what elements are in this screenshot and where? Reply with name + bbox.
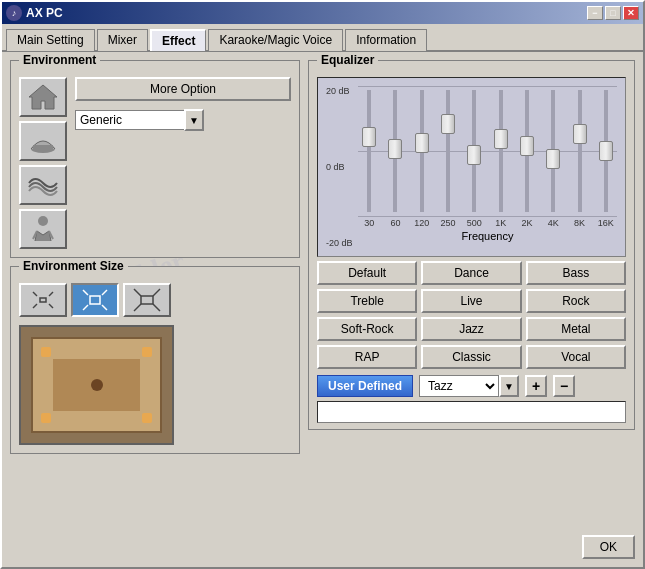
size-small-button[interactable]	[19, 283, 67, 317]
eq-freq-labels: 30 60 120 250 500 1K 2K 4K 8K 16K	[358, 218, 617, 228]
slider-thumb-4k[interactable]	[546, 149, 560, 169]
tab-effect[interactable]: Effect	[150, 29, 206, 51]
svg-line-19	[153, 304, 160, 311]
preset-metal[interactable]: Metal	[526, 317, 626, 341]
env-icon-building[interactable]	[19, 121, 67, 161]
slider-thumb-2k[interactable]	[520, 136, 534, 156]
preset-bass[interactable]: Bass	[526, 261, 626, 285]
preset-classic[interactable]: Classic	[421, 345, 521, 369]
user-dropdown-arrow[interactable]: ▼	[499, 375, 519, 397]
svg-line-8	[33, 304, 37, 308]
slider-thumb-16k[interactable]	[599, 141, 613, 161]
slider-wrapper-8k[interactable]	[573, 90, 587, 212]
room-corner-tr	[142, 347, 152, 357]
slider-wrapper-16k[interactable]	[599, 90, 613, 212]
tab-mixer[interactable]: Mixer	[97, 29, 148, 51]
eq-slider-1k	[489, 90, 511, 212]
freq-500: 500	[463, 218, 485, 228]
slider-track-30	[367, 90, 371, 212]
slider-wrapper-120[interactable]	[415, 90, 429, 212]
freq-2k: 2K	[516, 218, 538, 228]
slider-thumb-30[interactable]	[362, 127, 376, 147]
main-window: ♪ AX PC − □ ✕ Main Setting Mixer Effect …	[0, 0, 645, 569]
freq-250: 250	[437, 218, 459, 228]
ok-button[interactable]: OK	[582, 535, 635, 559]
size-buttons	[19, 283, 291, 317]
tab-information[interactable]: Information	[345, 29, 427, 51]
svg-marker-15	[90, 296, 100, 304]
slider-track-250	[446, 90, 450, 212]
preset-treble[interactable]: Treble	[317, 289, 417, 313]
slider-thumb-60[interactable]	[388, 139, 402, 159]
left-panel: Environment	[10, 60, 300, 531]
tab-main-setting[interactable]: Main Setting	[6, 29, 95, 51]
freq-30: 30	[358, 218, 380, 228]
size-large-button[interactable]	[123, 283, 171, 317]
slider-thumb-1k[interactable]	[494, 129, 508, 149]
room-object	[91, 379, 103, 391]
slider-thumb-250[interactable]	[441, 114, 455, 134]
environment-title: Environment	[19, 53, 100, 67]
preset-live[interactable]: Live	[421, 289, 521, 313]
slider-track-8k	[578, 90, 582, 212]
user-defined-button[interactable]: User Defined	[317, 375, 413, 397]
environment-size-group: Environment Size	[10, 266, 300, 454]
freq-1k: 1K	[489, 218, 511, 228]
user-dropdown[interactable]: Tazz	[419, 375, 499, 397]
user-text-input[interactable]	[317, 401, 626, 423]
svg-line-7	[49, 292, 53, 296]
maximize-button[interactable]: □	[605, 6, 621, 20]
eq-slider-8k	[568, 90, 590, 212]
slider-wrapper-250[interactable]	[441, 90, 455, 212]
window-title: AX PC	[26, 6, 63, 20]
slider-wrapper-30[interactable]	[362, 90, 376, 212]
svg-marker-0	[29, 85, 57, 109]
slider-wrapper-4k[interactable]	[546, 90, 560, 212]
preset-jazz[interactable]: Jazz	[421, 317, 521, 341]
bottom-bar: OK	[10, 531, 635, 559]
db-label-20: 20 dB	[326, 86, 354, 96]
svg-line-9	[49, 304, 53, 308]
title-buttons: − □ ✕	[587, 6, 639, 20]
slider-thumb-500[interactable]	[467, 145, 481, 165]
minus-button[interactable]: −	[553, 375, 575, 397]
room-inner	[31, 337, 162, 433]
frequency-label: Frequency	[358, 230, 617, 242]
preset-softrock[interactable]: Soft-Rock	[317, 317, 417, 341]
freq-60: 60	[384, 218, 406, 228]
svg-line-11	[83, 290, 88, 295]
env-dropdown[interactable]: Generic Room Hall Arena Bathroom	[75, 110, 185, 130]
slider-wrapper-2k[interactable]	[520, 90, 534, 212]
eq-db-labels: 20 dB 0 dB -20 dB	[326, 86, 358, 248]
preset-default[interactable]: Default	[317, 261, 417, 285]
preset-dance[interactable]: Dance	[421, 261, 521, 285]
svg-line-12	[102, 290, 107, 295]
size-medium-button[interactable]	[71, 283, 119, 317]
tab-bar: Main Setting Mixer Effect Karaoke/Magic …	[2, 24, 643, 52]
freq-8k: 8K	[568, 218, 590, 228]
env-icon-person[interactable]	[19, 209, 67, 249]
env-dropdown-arrow[interactable]: ▼	[184, 109, 204, 131]
freq-4k: 4K	[542, 218, 564, 228]
preset-rock[interactable]: Rock	[526, 289, 626, 313]
env-icon-waves[interactable]	[19, 165, 67, 205]
slider-thumb-8k[interactable]	[573, 124, 587, 144]
slider-wrapper-1k[interactable]	[494, 90, 508, 212]
slider-wrapper-500[interactable]	[467, 90, 481, 212]
slider-wrapper-60[interactable]	[388, 90, 402, 212]
slider-thumb-120[interactable]	[415, 133, 429, 153]
close-button[interactable]: ✕	[623, 6, 639, 20]
eq-graph-area: 20 dB 0 dB -20 dB	[326, 86, 617, 248]
title-bar: ♪ AX PC − □ ✕	[2, 2, 643, 24]
minimize-button[interactable]: −	[587, 6, 603, 20]
preset-rap[interactable]: RAP	[317, 345, 417, 369]
freq-16k: 16K	[595, 218, 617, 228]
plus-button[interactable]: +	[525, 375, 547, 397]
env-size-content	[19, 283, 291, 445]
svg-line-6	[33, 292, 37, 296]
preset-vocal[interactable]: Vocal	[526, 345, 626, 369]
environment-group: Environment	[10, 60, 300, 258]
env-icon-house[interactable]	[19, 77, 67, 117]
more-option-button[interactable]: More Option	[75, 77, 291, 101]
tab-karaoke[interactable]: Karaoke/Magic Voice	[208, 29, 343, 51]
